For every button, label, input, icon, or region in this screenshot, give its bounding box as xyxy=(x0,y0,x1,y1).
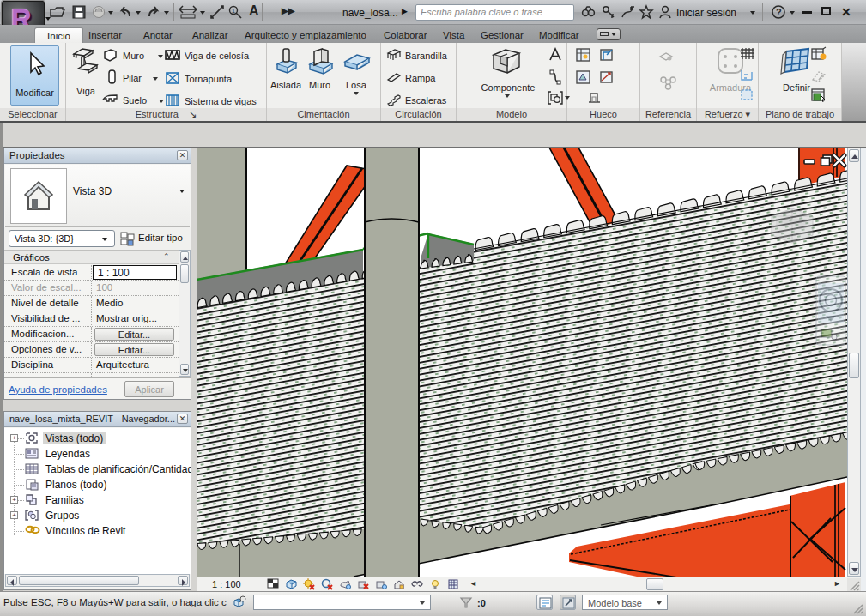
svg-text:1: 1 xyxy=(232,8,235,14)
svg-text:?: ? xyxy=(776,7,782,17)
